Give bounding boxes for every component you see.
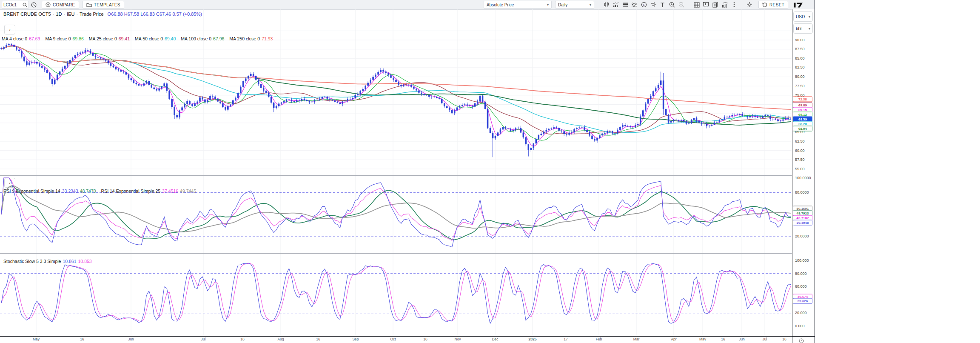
text-annotation-button[interactable] [658, 1, 667, 9]
main-chart-canvas[interactable] [0, 9, 792, 175]
volume-chart-icon [613, 2, 619, 8]
stacked-lines-icon [622, 2, 628, 7]
more-options-button[interactable] [730, 1, 738, 9]
axis-tick-label: 100.0000 [795, 176, 811, 180]
search-icon [23, 3, 27, 7]
text-tool-icon [660, 2, 665, 8]
axis-tick-label: 20.0000 [795, 234, 809, 238]
duplicate-button[interactable] [711, 1, 720, 9]
time-axis-label: Feb [596, 337, 602, 341]
reset-label: RESET [769, 3, 784, 7]
time-axis-label: 16 [240, 337, 244, 341]
overlay-waves-button[interactable] [630, 1, 639, 9]
price-mode-value: Absolute Price [487, 3, 514, 7]
zoom-in-button[interactable] [668, 1, 676, 9]
chevron-down-icon: ▾ [547, 3, 549, 7]
grid-layout-button[interactable] [692, 1, 701, 9]
rsi-panel-canvas[interactable] [0, 175, 792, 253]
axis-tick-label: 80.0000 [795, 190, 809, 194]
add-compare-icon [46, 2, 51, 7]
time-axis-label: May [33, 337, 40, 341]
time-axis-label: Oct [390, 337, 396, 341]
time-axis-label: Dec [492, 337, 498, 341]
symbol-search-input[interactable]: LCOc1 [2, 1, 29, 9]
time-axis-label: 16 [782, 337, 786, 341]
chevron-down-icon: ▾ [590, 3, 591, 7]
charting-app-window: LCOc1 COMPARE TEMPLATES Absolute Price ▾… [0, 0, 815, 343]
settings-gear-icon [746, 2, 752, 8]
chart-export-button[interactable] [721, 1, 729, 9]
axis-tick-label: 82.50 [795, 65, 805, 69]
more-options-icon [733, 2, 735, 8]
timezone-clock-button[interactable] [799, 337, 804, 343]
axis-tick-label: 90.00 [795, 38, 805, 42]
time-axis-label: May [699, 337, 706, 341]
tradingview-logo[interactable] [793, 2, 803, 8]
interval-value: Daily [558, 3, 567, 7]
volume-study-button[interactable] [612, 1, 620, 9]
history-clock-button[interactable] [29, 1, 38, 9]
layers-button[interactable] [621, 1, 630, 9]
mini-bar-chart-icon [722, 2, 728, 8]
interval-select[interactable]: Daily ▾ [555, 1, 594, 9]
currency-value: USD [796, 14, 805, 19]
price-tag: 72.38 [793, 97, 812, 102]
waves-icon [631, 2, 638, 7]
price-mode-select[interactable]: Absolute Price ▾ [484, 1, 552, 9]
history-clock-icon [31, 2, 37, 8]
zoom-out-button[interactable] [677, 1, 686, 9]
settings-button[interactable] [745, 1, 754, 9]
time-axis-label: Jun [739, 337, 745, 341]
time-axis-label: 17 [564, 337, 567, 341]
unit-value: bbl [796, 26, 801, 31]
templates-button[interactable]: TEMPLATES [83, 1, 124, 9]
axis-tick-label: 80.00 [795, 74, 805, 79]
time-axis-label: Aug [277, 337, 284, 341]
axis-tick-label: 100.000 [795, 258, 809, 263]
time-axis-separator [0, 336, 815, 337]
time-axis-label: Sep [352, 337, 359, 341]
templates-label: TEMPLATES [94, 3, 120, 7]
axis-tick-label: 80.000 [795, 272, 807, 276]
clock-icon [799, 338, 804, 343]
axis-tick-label: 85.00 [795, 56, 805, 60]
candlestick-icon [604, 2, 610, 8]
stochastic-panel-canvas[interactable] [0, 253, 792, 336]
add-panel-icon [703, 2, 709, 8]
duplicate-page-icon [712, 2, 718, 8]
symbol-value: LCOc1 [3, 3, 17, 7]
time-axis-label: 16 [80, 337, 84, 341]
reset-button[interactable]: RESET [758, 1, 788, 9]
chevron-down-icon: ▾ [809, 15, 810, 19]
time-axis-label: Jul [763, 337, 767, 341]
time-axis-label: Mar [633, 337, 640, 341]
panel-divider[interactable] [0, 175, 815, 176]
scale-adjust-icon [650, 2, 656, 8]
scale-adjust-button[interactable] [649, 1, 658, 9]
events-button[interactable]: E [640, 1, 648, 9]
axis-tick-label: 20.000 [795, 311, 807, 315]
compare-label: COMPARE [53, 3, 75, 7]
compare-button[interactable]: COMPARE [42, 1, 79, 9]
chart-style-button[interactable] [602, 1, 611, 9]
axis-tick-label: 0.000 [795, 324, 805, 328]
time-axis-label: 16 [721, 337, 725, 341]
time-axis-label: 2025 [529, 337, 537, 341]
price-axis-column[interactable]: USD ▾ bbl ▾ 90.0087.5085.0082.5080.0077.… [792, 9, 815, 336]
zoom-out-icon [678, 2, 684, 8]
time-axis-label: 16 [423, 337, 427, 341]
add-panel-button[interactable] [702, 1, 710, 9]
price-tag: 68.04 [793, 126, 812, 131]
unit-select[interactable]: bbl ▾ [793, 23, 813, 34]
axis-tick-label: 60.00 [795, 149, 805, 153]
currency-select[interactable]: USD ▾ [793, 11, 813, 22]
reset-undo-icon [762, 2, 767, 7]
time-axis-label: Nov [454, 337, 461, 341]
axis-tick-label: 55.00 [795, 167, 805, 171]
axis-tick-label: 62.50 [795, 139, 805, 143]
axis-tick-label: 57.50 [795, 157, 805, 162]
time-axis-label: Jul [201, 337, 206, 341]
panel-divider[interactable] [0, 253, 815, 254]
templates-folder-icon [86, 3, 92, 7]
chevron-down-icon: ▾ [809, 27, 810, 31]
